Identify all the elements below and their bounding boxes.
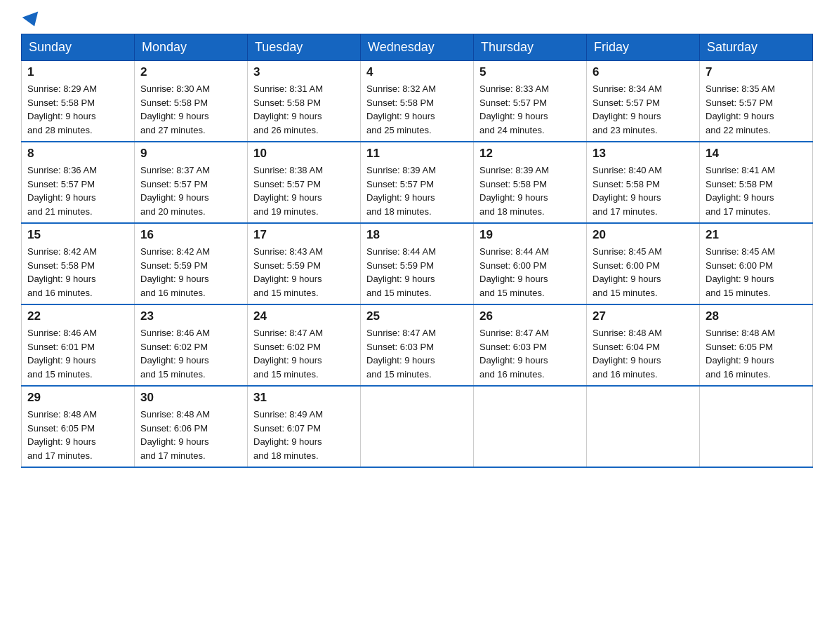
calendar-cell: 14 Sunrise: 8:41 AMSunset: 5:58 PMDaylig… (700, 142, 813, 223)
day-number: 4 (366, 65, 468, 79)
day-number: 8 (27, 147, 128, 161)
header-cell-friday: Friday (587, 34, 700, 61)
day-number: 13 (593, 147, 694, 161)
calendar-cell (361, 386, 474, 467)
calendar-cell: 16 Sunrise: 8:42 AMSunset: 5:59 PMDaylig… (135, 223, 248, 304)
calendar-cell: 4 Sunrise: 8:32 AMSunset: 5:58 PMDayligh… (361, 61, 474, 142)
calendar-cell: 9 Sunrise: 8:37 AMSunset: 5:57 PMDayligh… (135, 142, 248, 223)
calendar-week-2: 8 Sunrise: 8:36 AMSunset: 5:57 PMDayligh… (22, 142, 813, 223)
day-number: 10 (253, 147, 355, 161)
day-info: Sunrise: 8:48 AMSunset: 6:04 PMDaylight:… (593, 326, 694, 381)
calendar-cell: 11 Sunrise: 8:39 AMSunset: 5:57 PMDaylig… (361, 142, 474, 223)
calendar-cell: 25 Sunrise: 8:47 AMSunset: 6:03 PMDaylig… (361, 304, 474, 386)
day-info: Sunrise: 8:43 AMSunset: 5:59 PMDaylight:… (253, 245, 355, 300)
day-info: Sunrise: 8:42 AMSunset: 5:58 PMDaylight:… (27, 245, 128, 300)
calendar-cell: 26 Sunrise: 8:47 AMSunset: 6:03 PMDaylig… (474, 304, 587, 386)
calendar-cell: 7 Sunrise: 8:35 AMSunset: 5:57 PMDayligh… (700, 61, 813, 142)
calendar-cell: 2 Sunrise: 8:30 AMSunset: 5:58 PMDayligh… (135, 61, 248, 142)
calendar-cell: 5 Sunrise: 8:33 AMSunset: 5:57 PMDayligh… (474, 61, 587, 142)
day-info: Sunrise: 8:37 AMSunset: 5:57 PMDaylight:… (140, 163, 241, 218)
header-cell-sunday: Sunday (22, 34, 135, 61)
day-info: Sunrise: 8:31 AMSunset: 5:58 PMDaylight:… (253, 82, 355, 137)
calendar-cell: 23 Sunrise: 8:46 AMSunset: 6:02 PMDaylig… (135, 304, 248, 386)
day-info: Sunrise: 8:46 AMSunset: 6:02 PMDaylight:… (140, 326, 241, 381)
day-number: 26 (479, 309, 581, 323)
day-info: Sunrise: 8:30 AMSunset: 5:58 PMDaylight:… (140, 82, 241, 137)
calendar-cell: 18 Sunrise: 8:44 AMSunset: 5:59 PMDaylig… (361, 223, 474, 304)
calendar-week-3: 15 Sunrise: 8:42 AMSunset: 5:58 PMDaylig… (22, 223, 813, 304)
day-number: 18 (366, 228, 468, 242)
day-info: Sunrise: 8:48 AMSunset: 6:05 PMDaylight:… (706, 326, 807, 381)
calendar-cell (700, 386, 813, 467)
day-info: Sunrise: 8:48 AMSunset: 6:05 PMDaylight:… (27, 408, 128, 462)
day-info: Sunrise: 8:47 AMSunset: 6:03 PMDaylight:… (479, 326, 581, 381)
day-number: 2 (140, 65, 241, 79)
day-number: 7 (706, 65, 807, 79)
calendar-header: SundayMondayTuesdayWednesdayThursdayFrid… (22, 34, 813, 61)
logo-blue-text (21, 14, 41, 27)
calendar-cell: 15 Sunrise: 8:42 AMSunset: 5:58 PMDaylig… (22, 223, 135, 304)
calendar-cell (474, 386, 587, 467)
calendar-cell: 13 Sunrise: 8:40 AMSunset: 5:58 PMDaylig… (587, 142, 700, 223)
calendar-cell: 17 Sunrise: 8:43 AMSunset: 5:59 PMDaylig… (248, 223, 361, 304)
day-number: 3 (253, 65, 355, 79)
calendar-cell: 22 Sunrise: 8:46 AMSunset: 6:01 PMDaylig… (22, 304, 135, 386)
day-info: Sunrise: 8:34 AMSunset: 5:57 PMDaylight:… (593, 82, 694, 137)
logo (21, 14, 41, 27)
day-info: Sunrise: 8:47 AMSunset: 6:03 PMDaylight:… (366, 326, 468, 381)
page-header (21, 14, 813, 27)
calendar-cell: 6 Sunrise: 8:34 AMSunset: 5:57 PMDayligh… (587, 61, 700, 142)
calendar-week-5: 29 Sunrise: 8:48 AMSunset: 6:05 PMDaylig… (22, 386, 813, 467)
day-number: 21 (706, 228, 807, 242)
calendar-cell: 28 Sunrise: 8:48 AMSunset: 6:05 PMDaylig… (700, 304, 813, 386)
day-number: 29 (27, 391, 128, 405)
calendar-cell: 30 Sunrise: 8:48 AMSunset: 6:06 PMDaylig… (135, 386, 248, 467)
calendar-cell: 8 Sunrise: 8:36 AMSunset: 5:57 PMDayligh… (22, 142, 135, 223)
day-info: Sunrise: 8:44 AMSunset: 6:00 PMDaylight:… (479, 245, 581, 300)
day-number: 24 (253, 309, 355, 323)
day-info: Sunrise: 8:45 AMSunset: 6:00 PMDaylight:… (706, 245, 807, 300)
header-cell-monday: Monday (135, 34, 248, 61)
calendar-cell: 27 Sunrise: 8:48 AMSunset: 6:04 PMDaylig… (587, 304, 700, 386)
day-number: 11 (366, 147, 468, 161)
day-number: 17 (253, 228, 355, 242)
day-info: Sunrise: 8:29 AMSunset: 5:58 PMDaylight:… (27, 82, 128, 137)
calendar-week-4: 22 Sunrise: 8:46 AMSunset: 6:01 PMDaylig… (22, 304, 813, 386)
day-info: Sunrise: 8:41 AMSunset: 5:58 PMDaylight:… (706, 163, 807, 218)
day-info: Sunrise: 8:32 AMSunset: 5:58 PMDaylight:… (366, 82, 468, 137)
calendar-cell: 10 Sunrise: 8:38 AMSunset: 5:57 PMDaylig… (248, 142, 361, 223)
day-info: Sunrise: 8:49 AMSunset: 6:07 PMDaylight:… (253, 408, 355, 462)
calendar-cell: 21 Sunrise: 8:45 AMSunset: 6:00 PMDaylig… (700, 223, 813, 304)
day-info: Sunrise: 8:33 AMSunset: 5:57 PMDaylight:… (479, 82, 581, 137)
day-number: 1 (27, 65, 128, 79)
day-number: 23 (140, 309, 241, 323)
calendar-cell: 31 Sunrise: 8:49 AMSunset: 6:07 PMDaylig… (248, 386, 361, 467)
day-info: Sunrise: 8:35 AMSunset: 5:57 PMDaylight:… (706, 82, 807, 137)
day-number: 9 (140, 147, 241, 161)
day-number: 25 (366, 309, 468, 323)
day-info: Sunrise: 8:36 AMSunset: 5:57 PMDaylight:… (27, 163, 128, 218)
day-number: 30 (140, 391, 241, 405)
day-number: 19 (479, 228, 581, 242)
calendar-cell: 24 Sunrise: 8:47 AMSunset: 6:02 PMDaylig… (248, 304, 361, 386)
day-number: 15 (27, 228, 128, 242)
day-info: Sunrise: 8:44 AMSunset: 5:59 PMDaylight:… (366, 245, 468, 300)
calendar-table: SundayMondayTuesdayWednesdayThursdayFrid… (21, 34, 813, 468)
day-info: Sunrise: 8:47 AMSunset: 6:02 PMDaylight:… (253, 326, 355, 381)
day-number: 20 (593, 228, 694, 242)
day-info: Sunrise: 8:38 AMSunset: 5:57 PMDaylight:… (253, 163, 355, 218)
calendar-week-1: 1 Sunrise: 8:29 AMSunset: 5:58 PMDayligh… (22, 61, 813, 142)
header-cell-saturday: Saturday (700, 34, 813, 61)
logo-triangle-icon (22, 11, 43, 29)
day-info: Sunrise: 8:46 AMSunset: 6:01 PMDaylight:… (27, 326, 128, 381)
day-info: Sunrise: 8:42 AMSunset: 5:59 PMDaylight:… (140, 245, 241, 300)
calendar-cell: 20 Sunrise: 8:45 AMSunset: 6:00 PMDaylig… (587, 223, 700, 304)
header-row: SundayMondayTuesdayWednesdayThursdayFrid… (22, 34, 813, 61)
header-cell-wednesday: Wednesday (361, 34, 474, 61)
calendar-cell: 12 Sunrise: 8:39 AMSunset: 5:58 PMDaylig… (474, 142, 587, 223)
calendar-cell: 3 Sunrise: 8:31 AMSunset: 5:58 PMDayligh… (248, 61, 361, 142)
header-cell-tuesday: Tuesday (248, 34, 361, 61)
day-info: Sunrise: 8:39 AMSunset: 5:58 PMDaylight:… (479, 163, 581, 218)
day-number: 28 (706, 309, 807, 323)
day-number: 5 (479, 65, 581, 79)
